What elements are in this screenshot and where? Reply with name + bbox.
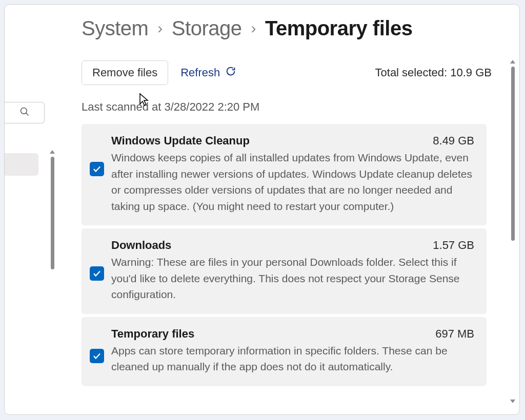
breadcrumb-storage[interactable]: Storage [172, 17, 242, 40]
item-title: Downloads [111, 239, 171, 252]
search-icon [19, 107, 30, 119]
list-item[interactable]: Downloads 1.57 GB Warning: These are fil… [82, 228, 487, 314]
item-description: Windows keeps copies of all installed up… [111, 150, 474, 214]
scroll-up-icon[interactable] [50, 150, 55, 154]
item-size: 1.57 GB [433, 239, 474, 252]
checkbox-windows-update-cleanup[interactable] [90, 162, 104, 176]
refresh-button[interactable]: Refresh [180, 66, 236, 80]
breadcrumb-system[interactable]: System [82, 17, 148, 40]
right-scrollbar[interactable] [509, 60, 516, 403]
settings-window: System › Storage › Temporary files Remov… [4, 4, 520, 415]
scroll-down-icon[interactable] [510, 400, 515, 403]
breadcrumb: System › Storage › Temporary files [82, 17, 502, 40]
remove-files-button[interactable]: Remove files [82, 60, 168, 85]
checkbox-temporary-files[interactable] [90, 349, 104, 363]
chevron-right-icon: › [157, 19, 163, 37]
breadcrumb-current: Temporary files [265, 17, 412, 40]
svg-line-1 [26, 113, 28, 116]
list-item[interactable]: Windows Update Cleanup 8.49 GB Windows k… [82, 124, 487, 225]
left-scrollbar[interactable] [49, 150, 56, 406]
temp-file-list: Windows Update Cleanup 8.49 GB Windows k… [82, 124, 487, 386]
total-selected-label: Total selected: 10.9 GB [375, 66, 502, 79]
item-size: 8.49 GB [433, 134, 474, 148]
svg-point-0 [21, 108, 27, 114]
item-description: Warning: These are files in your persona… [111, 254, 474, 303]
chevron-right-icon: › [251, 19, 256, 37]
search-input[interactable] [5, 102, 45, 123]
checkbox-downloads[interactable] [90, 266, 104, 281]
left-rail [5, 5, 46, 414]
nav-selected-item[interactable] [5, 153, 38, 176]
scroll-thumb[interactable] [511, 67, 515, 241]
action-row: Remove files Refresh Total selected: 10.… [82, 60, 502, 85]
refresh-label: Refresh [180, 66, 220, 79]
item-size: 697 MB [435, 327, 474, 341]
item-title: Windows Update Cleanup [111, 134, 250, 148]
scroll-up-icon[interactable] [510, 60, 515, 64]
refresh-icon [225, 66, 236, 80]
list-item[interactable]: Temporary files 697 MB Apps can store te… [82, 317, 487, 386]
last-scanned-label: Last scanned at 3/28/2022 2:20 PM [82, 100, 502, 114]
item-title: Temporary files [111, 327, 194, 341]
main-content: System › Storage › Temporary files Remov… [82, 17, 502, 386]
item-description: Apps can store temporary information in … [111, 343, 474, 375]
scroll-thumb[interactable] [51, 157, 54, 269]
